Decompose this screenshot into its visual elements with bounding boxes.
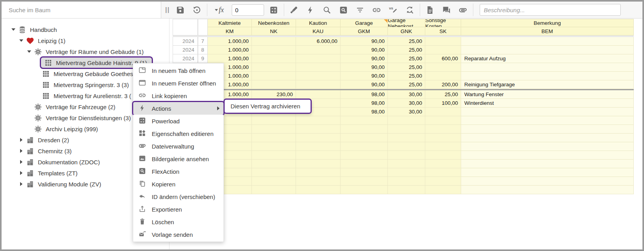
grid-cell[interactable] [388,134,425,142]
grid-cell[interactable] [425,46,461,54]
grid-cell[interactable]: 600,00 [425,54,461,63]
tree-item[interactable]: Leipzig (1) [2,35,169,46]
grid-cell[interactable] [341,116,388,125]
grid-cell[interactable]: 25,00 [425,90,461,99]
grid-cell[interactable]: 30,00 [388,108,425,116]
grid-cell[interactable] [341,177,388,186]
grid-cell[interactable] [341,186,388,194]
grid-cell[interactable] [296,90,341,99]
expander-right-icon[interactable] [17,158,25,166]
grid-cell[interactable] [341,142,388,151]
tree-item[interactable]: Verträge für Räume und Gebäude (1) [2,46,169,57]
context-menu-item[interactable]: Actions [133,102,223,115]
row-header-num[interactable]: 8 [198,46,208,54]
grid-cell[interactable] [425,116,461,125]
fx-dropdown[interactable]: fx [210,3,229,17]
grid-cell[interactable] [425,72,461,80]
grid-cell[interactable]: 90,00 [341,37,388,46]
grid-cell[interactable] [296,151,341,160]
link-icon[interactable] [370,3,383,17]
cell-value-input[interactable] [232,4,264,16]
grid-cell[interactable] [388,125,425,134]
grid-cell[interactable]: 90,00 [341,80,388,89]
grid-cell[interactable] [461,37,634,46]
grid-cell[interactable]: 98,00 [341,99,388,108]
grid-cell[interactable]: Wartung Fenster [461,90,634,99]
context-menu-item[interactable]: Exportieren [133,203,223,216]
grid-cell[interactable] [461,177,634,186]
grid-cell[interactable] [425,63,461,72]
expander-right-icon[interactable] [17,147,25,155]
grid-cell[interactable] [296,125,341,134]
grid-cell[interactable] [341,160,388,168]
grid-cell[interactable]: Reparatur Aufzug [461,54,634,63]
grid-cell[interactable]: 25,00 [388,63,425,72]
grid-cell[interactable] [252,46,296,54]
grid-cell[interactable]: 1.000,00 [208,46,252,54]
grid-cell[interactable] [461,151,634,160]
calculator-icon[interactable] [267,3,281,17]
panel-splitter-handle[interactable]: || [165,6,170,14]
grid-cell[interactable] [461,116,634,125]
context-menu-item[interactable]: Löschen [133,216,223,228]
grid-cell[interactable]: Reinigung Tiefgarage [461,80,634,89]
grid-cell[interactable] [296,80,341,89]
grid-cell[interactable] [461,186,634,194]
grid-cell[interactable] [461,125,634,134]
grid-cell[interactable] [461,46,634,54]
grid-cell[interactable] [252,168,296,177]
grid-cell[interactable] [461,142,634,151]
chat-icon[interactable] [440,3,453,17]
expander-right-icon[interactable] [17,136,25,144]
grid-cell[interactable]: 90,00 [341,46,388,54]
description-input[interactable] [480,4,621,16]
grid-cell[interactable] [296,177,341,186]
grid-cell[interactable]: 98,00 [341,108,388,116]
grid-cell[interactable]: 1.000,00 [208,54,252,63]
context-menu-item[interactable]: FlexAction [133,165,223,178]
grid-cell[interactable] [461,160,634,168]
grid-cell[interactable] [425,160,461,168]
context-menu-item[interactable]: In neuem Tab öffnen [133,64,223,77]
grid-cell[interactable] [296,63,341,72]
lightning-icon[interactable] [304,3,317,17]
grid-cell[interactable] [425,37,461,46]
grid-cell[interactable] [425,151,461,160]
row-header-year[interactable]: 2024 [173,37,198,46]
grid-cell[interactable] [296,160,341,168]
expander-down-icon[interactable] [25,48,33,56]
grid-cell[interactable]: 30,00 [388,90,425,99]
grid-cell[interactable] [425,108,461,116]
grid-cell[interactable] [296,134,341,142]
context-menu-item[interactable]: ID ändern (verschieben) [133,190,223,203]
grid-cell[interactable] [341,134,388,142]
context-menu-item[interactable]: Powerload [133,115,223,127]
grid-cell[interactable]: 90,00 [341,63,388,72]
grid-cell[interactable] [252,80,296,89]
grid-cell[interactable]: 6.000,00 [296,37,341,46]
grid-cell[interactable] [252,160,296,168]
grid-cell[interactable]: 25,00 [388,72,425,80]
grid-cell[interactable] [252,134,296,142]
submenu-item-archive[interactable]: Diesen Vertrag archivieren [231,103,300,110]
grid-cell[interactable] [425,186,461,194]
grid-cell[interactable]: 30,00 [388,99,425,108]
context-menu-item[interactable]: Eigenschaften editieren [133,127,223,140]
grid-cell[interactable] [425,168,461,177]
context-menu-item[interactable]: Dateiverwaltung [133,140,223,152]
grid-cell[interactable] [252,177,296,186]
tree-item[interactable]: Handbuch [2,24,169,35]
grid-cell[interactable] [388,177,425,186]
search-box-icon[interactable] [337,3,350,17]
grid-cell[interactable] [388,186,425,194]
grid-cell[interactable] [296,186,341,194]
expander-down-icon[interactable] [9,26,17,33]
grid-cell[interactable] [425,177,461,186]
grid-cell[interactable] [296,116,341,125]
grid-cell[interactable] [296,54,341,63]
grid-cell[interactable] [461,108,634,116]
grid-cell[interactable] [296,142,341,151]
expander-right-icon[interactable] [17,169,25,177]
grid-cell[interactable] [461,168,634,177]
filter-icon[interactable] [354,3,367,17]
